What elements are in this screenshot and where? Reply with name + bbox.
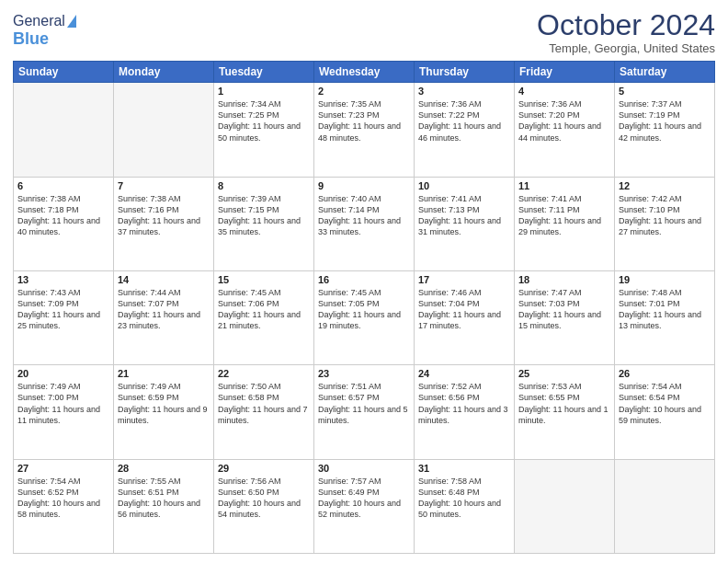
- calendar-cell: 13Sunrise: 7:43 AMSunset: 7:09 PMDayligh…: [14, 270, 114, 364]
- calendar-cell: 5Sunrise: 7:37 AMSunset: 7:19 PMDaylight…: [615, 83, 715, 177]
- header: General Blue October 2024 Temple, Georgi…: [13, 9, 715, 55]
- day-number: 6: [17, 180, 109, 191]
- day-number: 1: [218, 86, 310, 97]
- day-number: 12: [619, 180, 711, 191]
- day-number: 10: [418, 180, 510, 191]
- calendar-cell: 25Sunrise: 7:53 AMSunset: 6:55 PMDayligh…: [515, 365, 615, 459]
- cell-info: Sunrise: 7:43 AMSunset: 7:09 PMDaylight:…: [17, 287, 109, 332]
- cell-info: Sunrise: 7:34 AMSunset: 7:25 PMDaylight:…: [218, 98, 310, 144]
- day-number: 25: [518, 368, 610, 379]
- calendar-cell: 19Sunrise: 7:48 AMSunset: 7:01 PMDayligh…: [615, 270, 715, 364]
- calendar-cell: 11Sunrise: 7:41 AMSunset: 7:11 PMDayligh…: [515, 177, 615, 270]
- calendar-cell: 10Sunrise: 7:41 AMSunset: 7:13 PMDayligh…: [415, 177, 515, 270]
- cell-info: Sunrise: 7:41 AMSunset: 7:11 PMDaylight:…: [518, 193, 610, 238]
- calendar-cell: [114, 83, 214, 177]
- calendar-week-row: 1Sunrise: 7:34 AMSunset: 7:25 PMDaylight…: [14, 83, 715, 177]
- calendar-cell: 20Sunrise: 7:49 AMSunset: 7:00 PMDayligh…: [14, 365, 114, 459]
- month-title: October 2024: [537, 9, 715, 41]
- calendar-week-row: 20Sunrise: 7:49 AMSunset: 7:00 PMDayligh…: [14, 365, 715, 459]
- calendar-cell: [515, 459, 615, 553]
- calendar-day-header: Saturday: [615, 62, 715, 83]
- logo-triangle-icon: [67, 15, 76, 28]
- calendar-table: SundayMondayTuesdayWednesdayThursdayFrid…: [13, 61, 715, 554]
- calendar-cell: 23Sunrise: 7:51 AMSunset: 6:57 PMDayligh…: [314, 365, 415, 459]
- calendar-cell: 27Sunrise: 7:54 AMSunset: 6:52 PMDayligh…: [14, 459, 114, 553]
- title-block: October 2024 Temple, Georgia, United Sta…: [537, 9, 715, 55]
- logo-blue-text: Blue: [13, 29, 49, 49]
- calendar-day-header: Tuesday: [214, 62, 314, 83]
- day-number: 22: [218, 368, 310, 379]
- calendar-cell: 6Sunrise: 7:38 AMSunset: 7:18 PMDaylight…: [14, 177, 114, 270]
- cell-info: Sunrise: 7:40 AMSunset: 7:14 PMDaylight:…: [318, 193, 410, 238]
- day-number: 21: [118, 368, 210, 379]
- day-number: 18: [518, 274, 610, 285]
- day-number: 28: [118, 463, 210, 474]
- cell-info: Sunrise: 7:45 AMSunset: 7:05 PMDaylight:…: [318, 287, 410, 332]
- day-number: 27: [17, 463, 109, 474]
- calendar-day-header: Sunday: [14, 62, 114, 83]
- calendar-cell: 16Sunrise: 7:45 AMSunset: 7:05 PMDayligh…: [314, 270, 415, 364]
- day-number: 7: [118, 180, 210, 191]
- calendar-day-header: Thursday: [415, 62, 515, 83]
- calendar-cell: 17Sunrise: 7:46 AMSunset: 7:04 PMDayligh…: [415, 270, 515, 364]
- cell-info: Sunrise: 7:46 AMSunset: 7:04 PMDaylight:…: [418, 287, 510, 332]
- day-number: 29: [218, 463, 310, 474]
- day-number: 16: [318, 274, 410, 285]
- calendar-week-row: 6Sunrise: 7:38 AMSunset: 7:18 PMDaylight…: [14, 177, 715, 270]
- cell-info: Sunrise: 7:44 AMSunset: 7:07 PMDaylight:…: [118, 287, 210, 332]
- day-number: 5: [619, 86, 711, 97]
- cell-info: Sunrise: 7:49 AMSunset: 6:59 PMDaylight:…: [118, 381, 210, 426]
- day-number: 8: [218, 180, 310, 191]
- calendar-cell: 7Sunrise: 7:38 AMSunset: 7:16 PMDaylight…: [114, 177, 214, 270]
- cell-info: Sunrise: 7:53 AMSunset: 6:55 PMDaylight:…: [518, 381, 610, 426]
- day-number: 17: [418, 274, 510, 285]
- calendar-cell: 28Sunrise: 7:55 AMSunset: 6:51 PMDayligh…: [114, 459, 214, 553]
- calendar-day-header: Wednesday: [314, 62, 415, 83]
- calendar-week-row: 13Sunrise: 7:43 AMSunset: 7:09 PMDayligh…: [14, 270, 715, 364]
- page: General Blue October 2024 Temple, Georgi…: [0, 0, 728, 563]
- calendar-cell: 14Sunrise: 7:44 AMSunset: 7:07 PMDayligh…: [114, 270, 214, 364]
- calendar-cell: 30Sunrise: 7:57 AMSunset: 6:49 PMDayligh…: [314, 459, 415, 553]
- calendar-cell: 2Sunrise: 7:35 AMSunset: 7:23 PMDaylight…: [314, 83, 415, 177]
- calendar-cell: 15Sunrise: 7:45 AMSunset: 7:06 PMDayligh…: [214, 270, 314, 364]
- cell-info: Sunrise: 7:48 AMSunset: 7:01 PMDaylight:…: [619, 287, 711, 332]
- day-number: 11: [518, 180, 610, 191]
- day-number: 30: [318, 463, 410, 474]
- calendar-cell: 29Sunrise: 7:56 AMSunset: 6:50 PMDayligh…: [214, 459, 314, 553]
- calendar-cell: 8Sunrise: 7:39 AMSunset: 7:15 PMDaylight…: [214, 177, 314, 270]
- location: Temple, Georgia, United States: [537, 41, 715, 55]
- cell-info: Sunrise: 7:36 AMSunset: 7:20 PMDaylight:…: [518, 98, 610, 144]
- day-number: 19: [619, 274, 711, 285]
- day-number: 3: [418, 86, 510, 97]
- day-number: 24: [418, 368, 510, 379]
- logo: General Blue: [13, 13, 76, 49]
- cell-info: Sunrise: 7:38 AMSunset: 7:16 PMDaylight:…: [118, 193, 210, 238]
- day-number: 15: [218, 274, 310, 285]
- calendar-cell: 31Sunrise: 7:58 AMSunset: 6:48 PMDayligh…: [415, 459, 515, 553]
- cell-info: Sunrise: 7:47 AMSunset: 7:03 PMDaylight:…: [518, 287, 610, 332]
- cell-info: Sunrise: 7:58 AMSunset: 6:48 PMDaylight:…: [418, 476, 510, 521]
- day-number: 2: [318, 86, 410, 97]
- calendar-day-header: Monday: [114, 62, 214, 83]
- cell-info: Sunrise: 7:50 AMSunset: 6:58 PMDaylight:…: [218, 381, 310, 426]
- calendar-cell: 21Sunrise: 7:49 AMSunset: 6:59 PMDayligh…: [114, 365, 214, 459]
- cell-info: Sunrise: 7:56 AMSunset: 6:50 PMDaylight:…: [218, 476, 310, 521]
- calendar-cell: [14, 83, 114, 177]
- calendar-cell: 22Sunrise: 7:50 AMSunset: 6:58 PMDayligh…: [214, 365, 314, 459]
- calendar-header-row: SundayMondayTuesdayWednesdayThursdayFrid…: [14, 62, 715, 83]
- cell-info: Sunrise: 7:38 AMSunset: 7:18 PMDaylight:…: [17, 193, 109, 238]
- calendar-cell: [615, 459, 715, 553]
- cell-info: Sunrise: 7:37 AMSunset: 7:19 PMDaylight:…: [619, 98, 711, 144]
- cell-info: Sunrise: 7:45 AMSunset: 7:06 PMDaylight:…: [218, 287, 310, 332]
- cell-info: Sunrise: 7:36 AMSunset: 7:22 PMDaylight:…: [418, 98, 510, 144]
- cell-info: Sunrise: 7:57 AMSunset: 6:49 PMDaylight:…: [318, 476, 410, 521]
- cell-info: Sunrise: 7:52 AMSunset: 6:56 PMDaylight:…: [418, 381, 510, 426]
- day-number: 14: [118, 274, 210, 285]
- calendar-cell: 24Sunrise: 7:52 AMSunset: 6:56 PMDayligh…: [415, 365, 515, 459]
- day-number: 23: [318, 368, 410, 379]
- calendar-week-row: 27Sunrise: 7:54 AMSunset: 6:52 PMDayligh…: [14, 459, 715, 553]
- calendar-cell: 18Sunrise: 7:47 AMSunset: 7:03 PMDayligh…: [515, 270, 615, 364]
- cell-info: Sunrise: 7:54 AMSunset: 6:52 PMDaylight:…: [17, 476, 109, 521]
- calendar-cell: 9Sunrise: 7:40 AMSunset: 7:14 PMDaylight…: [314, 177, 415, 270]
- cell-info: Sunrise: 7:41 AMSunset: 7:13 PMDaylight:…: [418, 193, 510, 238]
